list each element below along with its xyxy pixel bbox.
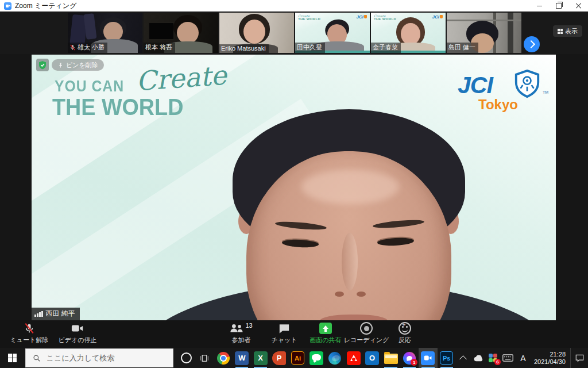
minimize-icon — [537, 6, 542, 6]
share-screen-label: 画面の共有 — [310, 336, 341, 344]
taskbar-outlook[interactable]: O — [363, 348, 381, 368]
file-explorer-icon — [384, 354, 398, 364]
participant-tile-tanaka-hisato[interactable]: Create THE WORLD JCI 田中久登 — [295, 13, 370, 53]
participants-count: 13 — [245, 322, 252, 329]
acrobat-icon — [347, 351, 361, 365]
jci-tokyo-logo: JCI TM Tokyo — [458, 70, 550, 116]
taskbar-edge[interactable] — [326, 348, 344, 368]
search-input[interactable] — [45, 353, 163, 363]
window-titlebar: Zoom ミーティング — [0, 0, 588, 12]
participants-label: 参加者 — [232, 336, 251, 344]
taskbar-word[interactable]: W — [233, 348, 251, 368]
reactions-button[interactable]: + 反応 — [389, 321, 420, 344]
cortana-icon — [181, 352, 192, 363]
taskbar-search[interactable] — [25, 348, 173, 367]
backdrop-text-the-world: THE WORLD — [52, 94, 183, 121]
taskbar-excel[interactable]: X — [251, 348, 269, 368]
participant-nametag: 島田 健一 — [447, 43, 478, 53]
messenger-badge: 1 — [411, 359, 417, 366]
participant-name: Eriko Matsusaki — [221, 45, 266, 52]
cortana-button[interactable] — [177, 348, 195, 368]
window-close-button[interactable] — [568, 0, 588, 12]
tray-touch-keyboard[interactable] — [501, 348, 516, 368]
task-view-button[interactable] — [195, 348, 214, 368]
backdrop-text-you-can: YOU CAN — [55, 78, 124, 95]
chat-bubble-icon — [278, 321, 290, 335]
pinned-video-nishida[interactable]: YOU CAN Create THE WORLD JCI TM Tokyo — [32, 55, 556, 320]
zoom-app-icon — [4, 2, 11, 10]
reactions-smiley-icon: + — [399, 321, 411, 335]
participant-tile-eriko-matsusaki[interactable]: Eriko Matsusaki — [219, 13, 294, 53]
pin-icon — [57, 62, 64, 68]
window-maximize-button[interactable] — [549, 0, 568, 12]
window-minimize-button[interactable] — [529, 0, 549, 12]
video-camera-icon — [71, 321, 84, 335]
participant-nametag: 根本 将吾 — [144, 43, 175, 53]
tray-ime-mode[interactable]: A — [516, 348, 531, 368]
clock-date: 2021/04/30 — [534, 358, 566, 366]
jci-logo-text: JCI — [458, 72, 493, 99]
gallery-view-icon — [558, 29, 563, 34]
jci-shield-icon — [513, 70, 541, 98]
jci-backdrop-mini-title: THE WORLD — [298, 17, 320, 21]
participant-nametag: 金子春菜 — [371, 43, 401, 53]
remove-pin-button[interactable]: ピンを削除 — [52, 59, 104, 71]
muted-mic-icon — [69, 44, 76, 51]
security-shield-badge[interactable] — [36, 59, 49, 71]
taskbar-clock[interactable]: 21:28 2021/04/30 — [531, 351, 570, 366]
taskbar-chrome[interactable] — [214, 348, 233, 368]
participant-tile-kaneko-haruna[interactable]: Create THE WORLD JCI 金子春菜 — [371, 13, 446, 53]
remove-pin-label: ピンを削除 — [66, 61, 98, 70]
speaker-forehead-highlight — [301, 170, 399, 204]
record-icon — [360, 321, 373, 335]
next-participants-button[interactable] — [524, 36, 540, 52]
illustrator-icon: Ai — [291, 351, 304, 365]
ime-mode-indicator: A — [520, 354, 525, 363]
windows-taskbar: W X P Ai O 1 — [0, 348, 588, 368]
gallery-strip: 雄太 小勝 根本 将吾 Eriko Matsusaki Create THE W… — [0, 12, 588, 54]
windows-logo-icon — [8, 354, 17, 362]
taskbar-photoshop[interactable]: Ps — [438, 348, 456, 368]
action-center-button[interactable] — [570, 348, 588, 368]
onedrive-cloud-icon — [473, 355, 483, 362]
zoom-icon — [421, 351, 435, 365]
unmute-label: ミュート解除 — [10, 336, 49, 344]
participants-icon: 13 — [230, 321, 252, 335]
excel-icon: X — [254, 351, 268, 365]
tray-expand-button[interactable] — [456, 348, 471, 368]
participant-tile-shimada-kenichi[interactable]: 島田 健一 — [447, 13, 521, 53]
reactions-label: 反応 — [399, 336, 411, 344]
taskbar-messenger[interactable]: 1 — [400, 348, 419, 368]
share-screen-button[interactable]: 画面の共有 — [305, 321, 346, 344]
maximize-icon — [556, 3, 562, 9]
participant-face — [243, 20, 265, 44]
taskbar-zoom-active[interactable] — [419, 348, 437, 368]
start-button[interactable] — [0, 348, 25, 368]
taskbar-file-explorer[interactable] — [381, 348, 400, 368]
chevron-up-icon — [460, 355, 467, 363]
participant-tile-nemoto-shogo[interactable]: 根本 将吾 — [144, 13, 218, 53]
chat-label: チャット — [271, 336, 297, 344]
view-mode-button[interactable]: 表示 — [553, 25, 582, 37]
taskbar-line[interactable] — [307, 348, 326, 368]
tray-onedrive[interactable] — [471, 348, 486, 368]
taskbar-powerpoint[interactable]: P — [270, 348, 288, 368]
participant-tile-yuta-kokatsu[interactable]: 雄太 小勝 — [68, 13, 142, 53]
taskbar-acrobat[interactable] — [345, 348, 363, 368]
speaker-nostril — [357, 292, 366, 297]
participant-nametag: Eriko Matsusaki — [219, 44, 269, 53]
stop-video-button[interactable]: ビデオの停止 — [53, 321, 102, 344]
participant-nametag: 雄太 小勝 — [68, 43, 107, 53]
taskbar-illustrator[interactable]: Ai — [288, 348, 307, 368]
zoom-app-window: Zoom ミーティング 雄太 小勝 — [0, 0, 588, 368]
tray-notification-app[interactable]: 6 — [486, 348, 501, 368]
chat-button[interactable]: チャット — [265, 321, 303, 344]
participant-name: 雄太 小勝 — [78, 43, 105, 52]
system-tray: 6 A 21:28 2021/04/30 — [456, 348, 588, 368]
participants-button[interactable]: 13 参加者 — [220, 321, 262, 344]
window-title: Zoom ミーティング — [15, 1, 76, 11]
unmute-button[interactable]: ミュート解除 — [5, 321, 54, 344]
close-icon — [575, 3, 581, 9]
photoshop-icon: Ps — [440, 351, 453, 365]
record-button[interactable]: レコーディング — [345, 321, 388, 344]
